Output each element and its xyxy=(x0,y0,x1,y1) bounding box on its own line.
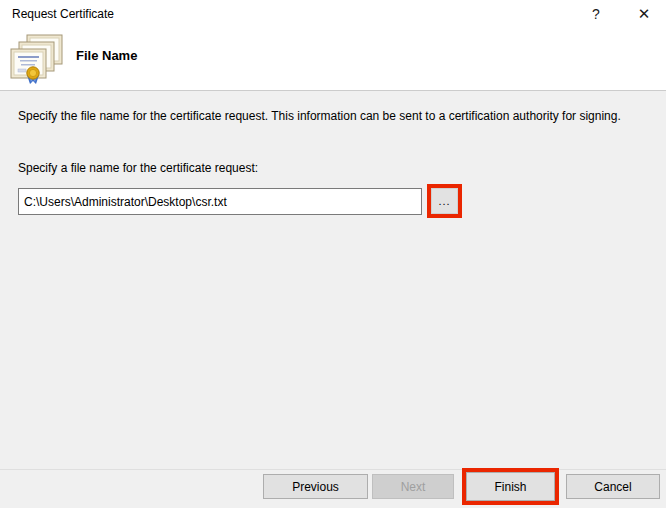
certificates-icon xyxy=(10,34,64,88)
browse-button[interactable]: ... xyxy=(431,188,458,214)
browse-highlight-box: ... xyxy=(427,184,462,218)
wizard-header: File Name xyxy=(0,29,666,91)
window-title: Request Certificate xyxy=(12,7,114,21)
description-text: Specify the file name for the certificat… xyxy=(18,106,650,126)
request-certificate-dialog: Request Certificate ? ✕ xyxy=(0,0,666,508)
footer-divider xyxy=(0,469,666,470)
close-icon[interactable]: ✕ xyxy=(631,2,657,26)
title-bar: Request Certificate ? ✕ xyxy=(0,0,666,29)
help-icon[interactable]: ? xyxy=(583,2,609,26)
next-button: Next xyxy=(372,474,454,499)
cancel-button[interactable]: Cancel xyxy=(566,474,660,499)
finish-highlight-box: Finish xyxy=(462,468,559,505)
file-name-input[interactable] xyxy=(18,188,422,215)
finish-button[interactable]: Finish xyxy=(466,472,555,501)
previous-button[interactable]: Previous xyxy=(263,474,368,499)
page-title: File Name xyxy=(76,48,137,63)
file-name-label: Specify a file name for the certificate … xyxy=(18,161,258,175)
